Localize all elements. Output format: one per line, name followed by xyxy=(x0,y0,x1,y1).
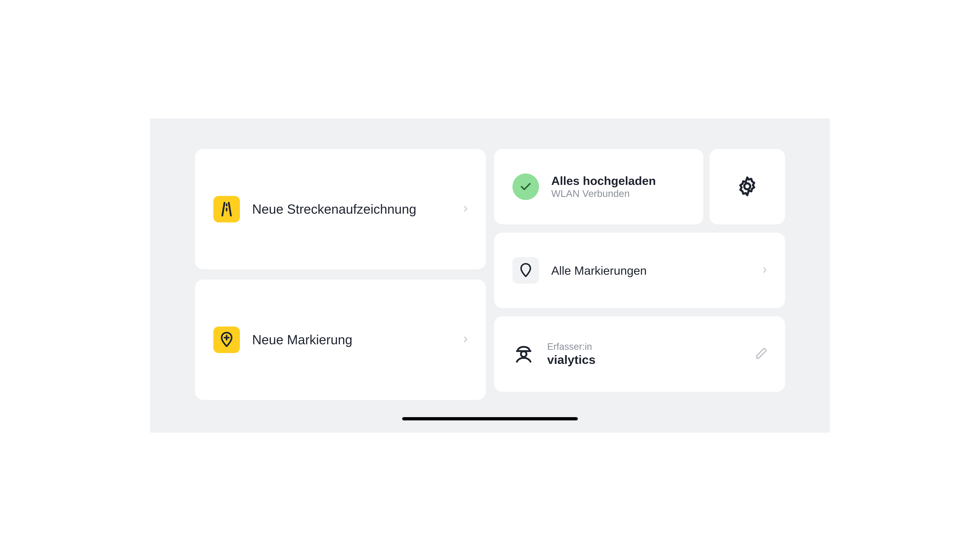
status-row: Alles hochgeladen WLAN Verbunden xyxy=(494,149,785,224)
chevron-right-icon xyxy=(461,205,469,214)
record-route-card[interactable]: Neue Streckenaufzeichnung xyxy=(195,149,486,269)
marker-icon xyxy=(512,257,539,284)
worker-icon xyxy=(512,344,535,364)
check-icon xyxy=(512,173,539,200)
main-grid: Neue Streckenaufzeichnung Neue Markierun… xyxy=(195,149,785,400)
road-icon xyxy=(213,196,240,222)
marker-add-icon xyxy=(213,327,240,353)
home-indicator[interactable] xyxy=(402,417,578,421)
svg-point-0 xyxy=(744,183,750,189)
new-marker-card[interactable]: Neue Markierung xyxy=(195,279,486,400)
upload-status-subtitle: WLAN Verbunden xyxy=(551,188,656,200)
upload-status-title: Alles hochgeladen xyxy=(551,174,656,188)
upload-status-card[interactable]: Alles hochgeladen WLAN Verbunden xyxy=(494,149,703,224)
edit-recorder-button[interactable] xyxy=(754,346,769,362)
all-markers-label: Alle Markierungen xyxy=(551,264,748,277)
chevron-right-icon xyxy=(760,266,769,275)
svg-point-1 xyxy=(521,351,527,357)
recorder-name: vialytics xyxy=(547,353,742,367)
pencil-icon xyxy=(754,346,769,362)
left-column: Neue Streckenaufzeichnung Neue Markierun… xyxy=(195,149,486,400)
recorder-text: Erfasser:in vialytics xyxy=(547,341,742,367)
record-route-label: Neue Streckenaufzeichnung xyxy=(252,202,449,217)
recorder-card: Erfasser:in vialytics xyxy=(494,316,785,392)
app-home-screen: Neue Streckenaufzeichnung Neue Markierun… xyxy=(150,118,830,433)
recorder-caption: Erfasser:in xyxy=(547,341,742,352)
new-marker-label: Neue Markierung xyxy=(252,332,449,347)
all-markers-card[interactable]: Alle Markierungen xyxy=(494,233,785,308)
settings-button[interactable] xyxy=(710,149,785,224)
upload-status-text: Alles hochgeladen WLAN Verbunden xyxy=(551,174,656,199)
chevron-right-icon xyxy=(461,335,469,344)
right-column: Alles hochgeladen WLAN Verbunden xyxy=(494,149,785,400)
gear-icon xyxy=(736,175,759,198)
